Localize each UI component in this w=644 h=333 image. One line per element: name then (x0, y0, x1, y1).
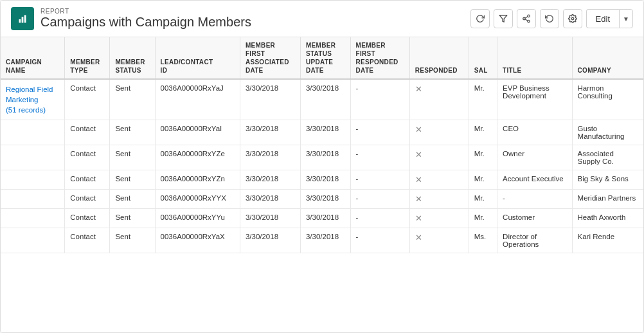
company-cell: Associated Supply Co. (572, 145, 643, 170)
settings-button[interactable] (563, 9, 582, 28)
campaign-name-cell (1, 120, 65, 145)
member-type-cell: Contact (65, 79, 110, 120)
member-status-cell: Sent (110, 79, 155, 120)
member-status-cell: Sent (110, 120, 155, 145)
sal-cell: Mr. (469, 209, 497, 228)
responded-x-icon: ✕ (415, 84, 422, 94)
edit-dropdown-button[interactable]: ▼ (619, 9, 633, 28)
responded-cell: ✕ (409, 79, 469, 120)
report-table-wrapper: CAMPAIGNNAME MEMBERTYPE MEMBERSTATUS LEA… (1, 37, 643, 253)
member-type-cell: Contact (65, 120, 110, 145)
title-cell: - (497, 190, 572, 209)
col-header-company: COMPANY (572, 37, 643, 79)
lead-contact-id-cell: 0036A00000RxYZe (155, 145, 240, 170)
edit-button[interactable]: Edit (586, 9, 619, 28)
sal-cell: Mr. (469, 190, 497, 209)
title-cell: Account Executive (497, 170, 572, 190)
campaign-name-cell (1, 209, 65, 228)
company-cell: Meridian Partners (572, 190, 643, 209)
first-responded-date-cell: - (350, 190, 409, 209)
member-type-cell: Contact (65, 190, 110, 209)
responded-cell: ✕ (409, 145, 469, 170)
member-type-cell: Contact (65, 228, 110, 253)
lead-contact-id-cell: 0036A00000RxYYu (155, 209, 240, 228)
table-row: ContactSent0036A00000RxYYX3/30/20183/30/… (1, 190, 643, 209)
refresh-button[interactable] (470, 9, 490, 28)
share-button[interactable] (517, 9, 536, 28)
responded-cell: ✕ (409, 190, 469, 209)
edit-button-group: Edit ▼ (586, 9, 633, 28)
col-header-member-status: MEMBERSTATUS (110, 37, 155, 79)
first-responded-date-cell: - (350, 120, 409, 145)
campaign-name-cell (1, 170, 65, 190)
first-responded-date-cell: - (350, 145, 409, 170)
company-cell: Big Sky & Sons (572, 170, 643, 190)
sal-cell: Mr. (469, 145, 497, 170)
col-header-title: TITLE (497, 37, 572, 79)
lead-contact-id-cell: 0036A00000RxYaX (155, 228, 240, 253)
table-row: ContactSent0036A00000RxYaI3/30/20183/30/… (1, 120, 643, 145)
campaign-name-cell (1, 228, 65, 253)
table-row: ContactSent0036A00000RxYaX3/30/20183/30/… (1, 228, 643, 253)
campaign-name-cell (1, 145, 65, 170)
first-associated-date-cell: 3/30/2018 (240, 145, 300, 170)
responded-cell: ✕ (409, 170, 469, 190)
lead-contact-id-cell: 0036A00000RxYaI (155, 120, 240, 145)
member-type-cell: Contact (65, 145, 110, 170)
status-update-date-cell: 3/30/2018 (300, 170, 350, 190)
responded-x-icon: ✕ (415, 213, 422, 223)
reload-button[interactable] (540, 9, 559, 28)
svg-rect-2 (22, 17, 24, 22)
svg-line-8 (525, 19, 528, 21)
svg-rect-1 (19, 19, 21, 22)
table-row: ContactSent0036A00000RxYZe3/30/20183/30/… (1, 145, 643, 170)
campaign-name-cell (1, 190, 65, 209)
member-type-cell: Contact (65, 170, 110, 190)
member-type-cell: Contact (65, 209, 110, 228)
title-cell: Customer (497, 209, 572, 228)
member-status-cell: Sent (110, 170, 155, 190)
svg-line-9 (525, 17, 528, 18)
member-status-cell: Sent (110, 190, 155, 209)
table-header-row: CAMPAIGNNAME MEMBERTYPE MEMBERSTATUS LEA… (1, 37, 643, 79)
responded-cell: ✕ (409, 209, 469, 228)
lead-contact-id-cell: 0036A00000RxYaJ (155, 79, 240, 120)
campaign-name-link[interactable]: Regional Field Marketing(51 records) (6, 86, 53, 114)
member-status-cell: Sent (110, 209, 155, 228)
col-header-campaign-name: CAMPAIGNNAME (1, 37, 65, 79)
title-cell: EVP Business Development (497, 79, 572, 120)
responded-x-icon: ✕ (415, 150, 422, 159)
company-cell: Kari Rende (572, 228, 643, 253)
svg-rect-3 (24, 15, 26, 23)
col-header-sal: SAL (469, 37, 497, 79)
sal-cell: Mr. (469, 120, 497, 145)
col-header-responded: RESPONDED (409, 37, 469, 79)
col-header-lead-contact: LEAD/CONTACTID (155, 37, 240, 79)
status-update-date-cell: 3/30/2018 (300, 209, 350, 228)
title-cell: Owner (497, 145, 572, 170)
responded-x-icon: ✕ (415, 194, 422, 204)
responded-x-icon: ✕ (415, 175, 422, 184)
col-header-first-associated: MEMBERFIRSTASSOCIATEDDATE (240, 37, 300, 79)
col-header-member-type: MEMBERTYPE (65, 37, 110, 79)
title-cell: Director of Operations (497, 228, 572, 253)
first-associated-date-cell: 3/30/2018 (240, 209, 300, 228)
table-row: Regional Field Marketing(51 records)Cont… (1, 79, 643, 120)
company-cell: Heath Axworth (572, 209, 643, 228)
campaign-name-cell[interactable]: Regional Field Marketing(51 records) (1, 79, 65, 120)
first-responded-date-cell: - (350, 209, 409, 228)
table-row: ContactSent0036A00000RxYZn3/30/20183/30/… (1, 170, 643, 190)
status-update-date-cell: 3/30/2018 (300, 228, 350, 253)
report-app-icon (11, 7, 34, 30)
page-title: Campaigns with Campaign Members (40, 15, 251, 30)
status-update-date-cell: 3/30/2018 (300, 120, 350, 145)
filter-button[interactable] (494, 9, 513, 28)
table-row: ContactSent0036A00000RxYYu3/30/20183/30/… (1, 209, 643, 228)
first-responded-date-cell: - (350, 170, 409, 190)
lead-contact-id-cell: 0036A00000RxYYX (155, 190, 240, 209)
company-cell: Gusto Manufacturing (572, 120, 643, 145)
report-table: CAMPAIGNNAME MEMBERTYPE MEMBERSTATUS LEA… (1, 37, 643, 253)
svg-marker-4 (499, 15, 507, 22)
responded-x-icon: ✕ (415, 233, 422, 242)
report-label: REPORT (40, 8, 251, 15)
